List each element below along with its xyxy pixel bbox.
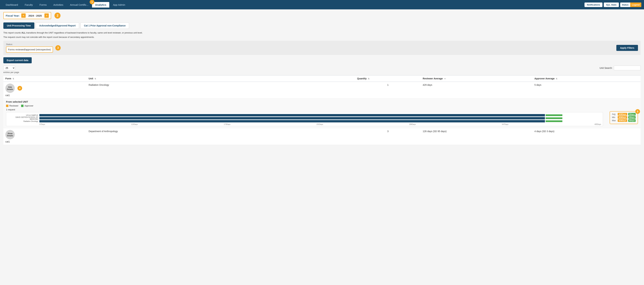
max-label: Max — [612, 119, 617, 122]
stats-max-row: Max 429Days 5Days — [612, 119, 636, 122]
chart-label-dgsom: DAVID GEFFEN SCHOOL OF MEDICINE — [8, 116, 38, 120]
tab-cat1-prior-approval[interactable]: Cat 1 Prior Approval non-Compliance — [80, 22, 129, 29]
x-347: 347Days — [502, 123, 508, 125]
sys-stats-button[interactable]: Sys. Stats — [604, 2, 619, 7]
table-header-row: Form ⇅ Unit ⇅ Quantity ⇅ Reviewer Averag… — [3, 75, 641, 82]
row1-form: cat1 — [5, 94, 85, 97]
table-controls: 10 25 50 100 entries per page Unit Searc… — [3, 66, 641, 73]
chart-bars-dgsom — [40, 117, 601, 119]
status-select[interactable]: Forms reviewed/approved (retrospective) … — [6, 47, 53, 52]
nav-faculty[interactable]: Faculty — [22, 2, 36, 7]
fiscal-label: Fiscal Year: — [6, 14, 20, 17]
legend-approver: Approver — [21, 104, 33, 107]
chart-reviewer-bar-dgsom — [40, 117, 545, 119]
nav-analytics[interactable]: 1 Analytics — [92, 2, 109, 7]
nav-activities[interactable]: Activities — [50, 2, 66, 7]
avg-reviewer-val: 429Days — [618, 113, 627, 116]
row2-quantity: 3 — [355, 128, 421, 145]
info-line1: This report counts ALL transitions throu… — [3, 31, 641, 34]
chart-x-axis: 57Days 115Days 173Days 231Days 289Days 3… — [8, 123, 601, 125]
from-unit-title: From selected UNIT — [6, 100, 638, 103]
col-quantity: Quantity ⇅ — [355, 75, 421, 82]
row2-form: cat1 — [5, 140, 85, 143]
chart-legend: Reviewer Approver — [6, 104, 603, 107]
chart-row-radonc: Radiation Oncology — [8, 120, 601, 122]
notifications-button[interactable]: Notifications — [584, 2, 602, 7]
fiscal-year-row: Fiscal Year: < 2024 - 2025 > 2 — [3, 12, 641, 19]
legend-approver-label: Approver — [24, 104, 33, 107]
status-label: Status: — [6, 43, 13, 45]
legend-reviewer: Reviewer — [6, 104, 18, 107]
row1-unit: Radiation Oncology — [87, 82, 355, 98]
unit-search-label: Unit Search: — [600, 67, 612, 69]
fiscal-year-prev-btn[interactable]: < — [21, 13, 26, 18]
min-reviewer-val: 429Days — [618, 116, 627, 119]
chart-bars-ucla — [40, 114, 601, 116]
sort-unit-icon[interactable]: ⇅ — [94, 78, 96, 80]
show-details-label: ShowDetails — [7, 132, 13, 137]
col-form: Form ⇅ — [3, 75, 87, 82]
x-173: 173Days — [224, 123, 230, 125]
nav-forms[interactable]: Forms — [36, 2, 50, 7]
x-57: 57Days — [40, 123, 45, 125]
unit-search-input[interactable] — [614, 66, 641, 70]
entries-per-page-wrapper: 10 25 50 100 entries per page — [3, 66, 19, 73]
stats-avg-row: Avg 429Days 5Days — [612, 113, 636, 116]
nav-app-admin[interactable]: App Admin — [110, 2, 128, 7]
table-row-2: ShowDetails cat1 Department of Anthropol… — [3, 128, 641, 145]
sort-apr-icon[interactable]: ⇅ — [556, 78, 557, 80]
max-approver-val: 5Days — [628, 119, 636, 122]
report-tabs: Unit Processing Time Acknowledged/Approv… — [3, 22, 641, 29]
stats-box: 5 Avg 429Days 5Days Min 429Days 5Days — [610, 111, 638, 124]
x-405: 405Days — [594, 123, 601, 125]
fiscal-year-value: 2024 - 2025 — [27, 14, 43, 17]
chart-reviewer-bar-ucla — [40, 114, 545, 116]
entries-select[interactable]: 10 25 50 100 — [3, 66, 15, 70]
x-289: 289Days — [409, 123, 416, 125]
legend-approver-color — [21, 105, 24, 107]
status-filter-section: Status: Forms reviewed/approved (retrosp… — [6, 43, 53, 53]
fiscal-year-next-btn[interactable]: > — [44, 13, 49, 18]
row2-unit: Department of Anthropology — [87, 128, 355, 145]
navbar-right: Notifications Sys. Stats Status Legend — [584, 2, 641, 7]
avg-label: Avg — [612, 113, 617, 115]
x-115: 115Days — [131, 123, 138, 125]
max-reviewer-val: 429Days — [618, 119, 627, 122]
chart-row-ucla: UCLA CAMPUS — [8, 114, 601, 116]
status-select-wrapper[interactable]: Forms reviewed/approved (retrospective) … — [6, 46, 53, 53]
min-approver-val: 5Days — [628, 116, 636, 119]
row2-reviewer-avg: 126 days (SD 95 days) — [421, 128, 532, 145]
unit-search-wrapper: Unit Search: — [600, 66, 641, 70]
nav-dashboard[interactable]: Dashboard — [3, 2, 21, 7]
status-text: Status — [620, 2, 630, 7]
row1-approver-avg: 5 days — [532, 82, 641, 98]
col-unit: Unit ⇅ — [87, 75, 355, 82]
row1-quantity: 1 — [355, 82, 421, 98]
nav-items: Dashboard Faculty Forms Activities Annua… — [3, 2, 584, 7]
row1-form-cell: HideDetails 4 cat1 — [3, 82, 87, 98]
hide-details-button[interactable]: HideDetails — [5, 84, 15, 93]
row2-approver-avg: 4 days (SD 3 days) — [532, 128, 641, 145]
apply-filters-button[interactable]: Apply Filters — [616, 45, 638, 51]
hide-details-label: HideDetails — [7, 86, 13, 90]
chart-bars-radonc — [40, 120, 601, 122]
info-all-bold: ALL — [22, 31, 26, 34]
tab-acknowledged-approved[interactable]: Acknowledged/Approved Report — [36, 22, 79, 29]
export-button[interactable]: Export current data — [3, 57, 32, 63]
navbar: Dashboard Faculty Forms Activities Annua… — [0, 0, 644, 9]
legend-text: Legend — [630, 2, 641, 7]
step-5-badge: 5 — [635, 109, 640, 114]
sort-qty-icon[interactable]: ⇅ — [368, 78, 370, 80]
nav-annual-cert[interactable]: Annual Certific... — [67, 2, 91, 7]
sort-form-icon[interactable]: ⇅ — [12, 78, 14, 80]
avg-approver-val: 5Days — [628, 113, 636, 116]
show-details-button[interactable]: ShowDetails — [5, 130, 15, 139]
entries-per-page-label: entries per page — [3, 71, 19, 73]
request-count: 1 request — [6, 108, 603, 111]
chart-label-radonc: Radiation Oncology — [8, 120, 38, 122]
tab-unit-processing-time[interactable]: Unit Processing Time — [3, 22, 34, 29]
expanded-details-row: From selected UNIT Reviewer — [3, 98, 641, 128]
filter-bar: Status: Forms reviewed/approved (retrosp… — [3, 41, 641, 55]
status-legend-btn[interactable]: Status Legend — [620, 2, 641, 7]
sort-rev-icon[interactable]: ▼ — [444, 78, 446, 80]
